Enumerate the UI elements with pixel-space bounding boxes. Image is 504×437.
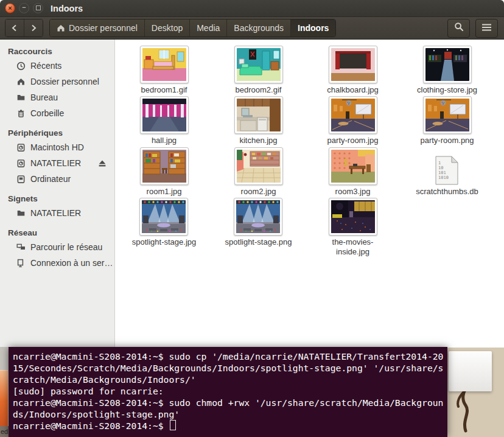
file-item-room3-jpg[interactable]: room3.jpg: [329, 147, 377, 197]
sidebar-item-label: Corbeille: [30, 108, 64, 118]
titlebar[interactable]: × − Indoors: [0, 0, 504, 17]
file-name: chalkboard.jpg: [327, 85, 379, 95]
terminal-cursor: [170, 420, 176, 430]
sidebar-item-ordinateur[interactable]: Ordinateur: [0, 171, 114, 187]
file-thumbnail: [425, 48, 469, 81]
minimize-icon: −: [22, 4, 26, 11]
file-name: room3.jpg: [335, 187, 371, 197]
sidebar-item-r-cents[interactable]: Récents: [0, 58, 114, 74]
terminal-line: ncarrie@Macmini-S208-2014:~$ sudo cp '/m…: [13, 351, 447, 362]
forward-button[interactable]: [24, 19, 43, 37]
file-name: party-room.jpg: [327, 136, 379, 145]
file-thumbnail: [331, 200, 375, 233]
svg-text:10: 10: [438, 166, 443, 170]
file-name: bedroom2.gif: [236, 85, 282, 95]
terminal-line: ds/Indoors/spotlight-stage.png': [13, 408, 447, 420]
file-item-hall-jpg[interactable]: hall.jpg: [140, 96, 189, 145]
file-item-bedroom1-gif[interactable]: bedroom1.gif: [140, 46, 189, 95]
content-area[interactable]: bedroom1.gifbedroom2.gifchalkboard.jpgcl…: [115, 40, 504, 348]
breadcrumb-indoors[interactable]: Indoors: [290, 19, 335, 37]
sidebar-item-macintosh-hd[interactable]: Macintosh HD: [0, 139, 114, 155]
svg-text:1: 1: [438, 161, 441, 166]
file-item-bedroom2-gif[interactable]: bedroom2.gif: [234, 46, 283, 95]
file-manager-body: RaccourcisRécentsDossier personnelBureau…: [0, 40, 504, 348]
chevron-left-icon: [11, 24, 18, 32]
maximize-button[interactable]: [33, 3, 43, 13]
eject-icon[interactable]: [98, 159, 107, 167]
sidebar-item-corbeille[interactable]: Corbeille: [0, 105, 114, 121]
file-name: the-movies-inside.jpg: [319, 237, 387, 257]
terminal-line: ncarrie@Macmini-S208-2014:~$ sudo chmod …: [13, 397, 447, 408]
back-button[interactable]: [5, 19, 24, 37]
window-title: Indoors: [51, 4, 83, 13]
background-text-fragment: ed: [0, 426, 9, 437]
sidebar-item-label: Ordinateur: [30, 174, 71, 184]
folder-icon: [16, 209, 26, 217]
svg-text:101: 101: [438, 170, 446, 175]
breadcrumb-label: Media: [197, 23, 220, 33]
file-thumbnail: [142, 99, 186, 131]
file-grid: bedroom1.gifbedroom2.gifchalkboard.jpgcl…: [115, 40, 504, 258]
sidebar-header-raccourcis: Raccourcis: [8, 47, 114, 56]
file-name: clothing-store.jpg: [417, 85, 477, 95]
menu-button[interactable]: [475, 19, 498, 38]
sidebar-item-natatelier[interactable]: NATATELIER: [0, 155, 114, 171]
search-button[interactable]: [447, 19, 470, 38]
home-icon: [57, 24, 65, 32]
computer-icon: [16, 175, 26, 184]
sidebar-item-label: Bureau: [30, 93, 58, 102]
folder-icon: [16, 93, 26, 102]
file-manager-window: × − Indoors Dossier personnelDesktopMedi…: [0, 0, 504, 347]
breadcrumb-backgrounds[interactable]: Backgrounds: [226, 19, 290, 37]
sidebar-item-dossier-personnel[interactable]: Dossier personnel: [0, 74, 114, 89]
file-item-kitchen-jpg[interactable]: kitchen.jpg: [234, 96, 283, 145]
sidebar-item-natatelier[interactable]: NATATELIER: [0, 205, 114, 221]
file-item-scratchthumbs-db[interactable]: 1101011010scratchthumbs.db: [416, 147, 478, 197]
sidebar-item-label: Récents: [30, 61, 61, 71]
file-item-clothing-store-jpg[interactable]: clothing-store.jpg: [417, 46, 477, 95]
sidebar-item-label: NATATELIER: [30, 158, 81, 168]
clock-icon: [16, 61, 26, 71]
terminal-window[interactable]: ncarrie@Macmini-S208-2014:~$ sudo cp '/m…: [9, 347, 447, 437]
chevron-right-icon: [30, 24, 37, 32]
file-item-spotlight-stage-jpg[interactable]: spotlight-stage.jpg: [132, 198, 197, 257]
file-item-chalkboard-jpg[interactable]: chalkboard.jpg: [327, 46, 379, 95]
breadcrumb-media[interactable]: Media: [189, 19, 226, 37]
background-fragment-gray: [0, 347, 9, 371]
file-item-party-room-png[interactable]: party-room.png: [420, 96, 474, 145]
sidebar-item-label: Dossier personnel: [30, 77, 99, 86]
minimize-button[interactable]: −: [19, 3, 29, 13]
file-thumbnail: [237, 48, 281, 81]
terminal-line: [sudo] password for ncarrie:: [13, 385, 447, 397]
file-name: bedroom1.gif: [141, 85, 187, 95]
toolbar-actions: [447, 19, 499, 38]
file-thumbnail: [142, 200, 186, 233]
sidebar-item-label: Parcourir le réseau: [30, 242, 102, 252]
server-icon: [16, 259, 26, 268]
file-item-spotlight-stage-png[interactable]: spotlight-stage.png: [225, 198, 292, 257]
breadcrumb-label: Backgrounds: [234, 23, 284, 33]
sidebar-item-connexion-un-ser[interactable]: Connexion à un ser…: [0, 255, 114, 271]
sidebar: RaccourcisRécentsDossier personnelBureau…: [0, 40, 115, 348]
file-item-party-room-jpg[interactable]: party-room.jpg: [327, 96, 379, 145]
file-item-the-movies-inside-jpg[interactable]: the-movies-inside.jpg: [319, 198, 387, 257]
drive-icon: [16, 143, 26, 152]
nav-button-group: [5, 19, 43, 37]
file-item-room1-jpg[interactable]: room1.jpg: [140, 147, 189, 197]
sidebar-header-r-seau: Réseau: [8, 228, 114, 237]
breadcrumb-desktop[interactable]: Desktop: [144, 19, 189, 37]
close-button[interactable]: ×: [5, 3, 15, 13]
sidebar-item-parcourir-le-r-seau[interactable]: Parcourir le réseau: [0, 239, 114, 255]
file-item-room2-jpg[interactable]: room2.jpg: [234, 147, 283, 197]
breadcrumb-dossier-personnel[interactable]: Dossier personnel: [50, 19, 144, 37]
close-icon: ×: [8, 5, 12, 12]
trash-icon: [16, 109, 26, 118]
home-icon: [16, 77, 26, 86]
binary-file-icon: 1101011010: [435, 156, 459, 185]
file-thumbnail: [425, 99, 469, 131]
breadcrumb: Dossier personnelDesktopMediaBackgrounds…: [49, 19, 336, 37]
search-icon: [454, 22, 464, 34]
sidebar-item-label: NATATELIER: [30, 208, 81, 218]
sidebar-item-bureau[interactable]: Bureau: [0, 89, 114, 105]
terminal-line: cratch/Media/Backgrounds/Indoors/': [13, 374, 447, 385]
